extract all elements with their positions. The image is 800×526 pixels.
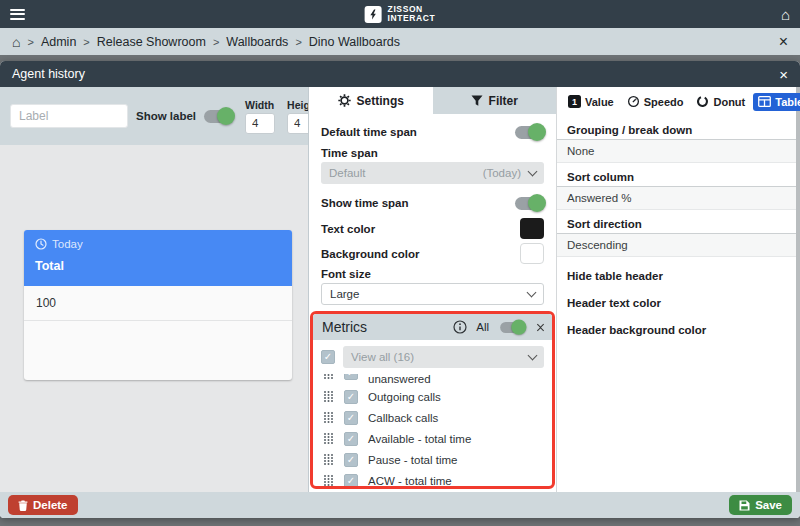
page-close-icon[interactable]: × <box>779 33 788 51</box>
drag-handle-icon[interactable] <box>323 411 334 424</box>
width-label: Width <box>245 99 274 111</box>
preview-column-header: Total <box>35 259 281 273</box>
sort-direction-select[interactable]: Descending <box>557 233 796 257</box>
brand-logo: ZISSON INTERACT <box>365 5 436 23</box>
metrics-list[interactable]: ✓ Direct conversations - unanswered ✓ Ou… <box>313 374 552 486</box>
tab-filter-label: Filter <box>489 94 518 108</box>
breadcrumb-item-admin[interactable]: Admin <box>41 35 76 49</box>
metrics-master-checkbox[interactable]: ✓ <box>321 350 335 364</box>
widget-preview-area: Today Total 100 <box>0 145 308 492</box>
background-color-swatch[interactable] <box>520 243 544 264</box>
tab-settings-label: Settings <box>357 94 404 108</box>
preview-timespan: Today <box>52 238 83 250</box>
chart-type-table-button[interactable]: Table <box>753 93 800 111</box>
show-label-text: Show label <box>136 110 196 122</box>
header-background-color-label: Header background color <box>557 311 796 338</box>
font-size-value: Large <box>330 288 528 300</box>
font-size-label: Font size <box>321 268 544 280</box>
metric-row[interactable]: ✓ Outgoing calls <box>313 386 552 407</box>
chart-type-speedo-button[interactable]: Speedo <box>622 92 689 111</box>
menu-icon[interactable] <box>10 6 25 22</box>
metric-label: ACW - total time <box>368 475 452 487</box>
show-time-span-toggle[interactable] <box>515 197 544 210</box>
metrics-view-value: View all (16) <box>351 351 529 363</box>
save-button[interactable]: Save <box>729 495 792 515</box>
zisson-logo-icon <box>365 6 382 23</box>
top-bar: ZISSON INTERACT ⌂ <box>0 0 800 28</box>
metric-row[interactable]: ✓ ACW - total time <box>313 470 552 486</box>
font-size-select[interactable]: Large <box>321 283 544 305</box>
sort-column-select[interactable]: Answered % <box>557 186 796 210</box>
metric-checkbox[interactable]: ✓ <box>344 374 358 380</box>
default-time-span-toggle[interactable] <box>515 126 544 139</box>
drag-handle-icon[interactable] <box>323 390 334 403</box>
tab-filter[interactable]: Filter <box>433 87 557 114</box>
metric-row[interactable]: ✓ Callback calls <box>313 407 552 428</box>
width-input[interactable] <box>245 113 275 134</box>
metric-checkbox[interactable]: ✓ <box>344 432 358 446</box>
collapse-icon[interactable] <box>538 322 543 333</box>
show-label-toggle[interactable] <box>204 110 233 123</box>
show-time-span-label: Show time span <box>321 197 409 209</box>
metric-row[interactable]: ✓ Pause - total time <box>313 449 552 470</box>
trash-icon <box>18 500 28 511</box>
time-span-label: Time span <box>321 147 544 159</box>
funnel-icon <box>471 95 483 107</box>
metric-label: Outgoing calls <box>368 391 441 403</box>
grouping-select[interactable]: None <box>557 139 796 163</box>
metric-label: Pause - total time <box>368 454 457 466</box>
value-icon: 1 <box>568 95 581 108</box>
settings-panel: Default time span Time span Default (Tod… <box>309 114 556 309</box>
metric-row[interactable]: ✓ Direct conversations - unanswered <box>313 374 552 386</box>
metrics-all-label: All <box>476 321 489 333</box>
metrics-header: Metrics All <box>313 314 552 340</box>
metrics-view-select[interactable]: View all (16) <box>343 346 544 368</box>
table-icon <box>758 96 771 107</box>
widget-toolbar: Show label Width Height <box>0 87 308 145</box>
metrics-all-toggle[interactable] <box>500 321 525 332</box>
metrics-title: Metrics <box>322 319 444 335</box>
breadcrumb-home-icon[interactable]: ⌂ <box>12 34 20 50</box>
home-icon[interactable]: ⌂ <box>781 7 790 22</box>
time-span-select[interactable]: Default (Today) <box>321 162 544 184</box>
chevron-down-icon <box>528 167 538 177</box>
text-color-label: Text color <box>321 223 375 235</box>
metric-row[interactable]: ✓ Available - total time <box>313 428 552 449</box>
metric-checkbox[interactable]: ✓ <box>344 453 358 467</box>
sort-direction-label: Sort direction <box>557 210 796 233</box>
modal-title: Agent history <box>12 67 85 81</box>
chart-type-donut-button[interactable]: Donut <box>691 92 750 111</box>
drag-handle-icon[interactable] <box>323 474 334 486</box>
modal-close-icon[interactable]: × <box>779 66 788 83</box>
hide-table-header-label: Hide table header <box>557 257 796 284</box>
metrics-panel-highlighted: Metrics All ✓ View all (16) <box>310 311 555 489</box>
drag-handle-icon[interactable] <box>323 432 334 445</box>
metric-label: Direct conversations - unanswered <box>368 374 542 385</box>
info-icon[interactable] <box>453 320 467 334</box>
preview-card: Today Total 100 <box>24 230 292 380</box>
breadcrumb-separator: > <box>83 36 89 48</box>
breadcrumb-separator: > <box>213 36 219 48</box>
drag-handle-icon[interactable] <box>323 374 334 380</box>
breadcrumb-item-dino-wallboards[interactable]: Dino Wallboards <box>309 35 400 49</box>
time-span-suffix: (Today) <box>483 167 521 179</box>
chart-type-value-button[interactable]: 1 Value <box>563 92 619 111</box>
tab-bar: Settings Filter <box>309 87 556 114</box>
breadcrumb-item-release-showroom[interactable]: Release Showroom <box>97 35 206 49</box>
header-text-color-label: Header text color <box>557 284 796 311</box>
metric-checkbox[interactable]: ✓ <box>344 411 358 425</box>
preview-card-header: Today Total <box>24 230 292 286</box>
text-color-swatch[interactable] <box>520 218 544 239</box>
settings-column: Settings Filter Default time span Time s… <box>308 87 556 492</box>
drag-handle-icon[interactable] <box>323 453 334 466</box>
time-span-value: Default <box>329 167 483 179</box>
metric-checkbox[interactable]: ✓ <box>344 390 358 404</box>
label-input[interactable] <box>10 104 128 128</box>
delete-button[interactable]: Delete <box>8 495 78 515</box>
metric-checkbox[interactable]: ✓ <box>344 474 358 487</box>
breadcrumb-separator: > <box>295 36 301 48</box>
tab-settings[interactable]: Settings <box>309 87 433 114</box>
breadcrumb-item-wallboards[interactable]: Wallboards <box>226 35 288 49</box>
brand-text: ZISSON INTERACT <box>388 5 436 23</box>
clock-icon <box>35 238 47 250</box>
